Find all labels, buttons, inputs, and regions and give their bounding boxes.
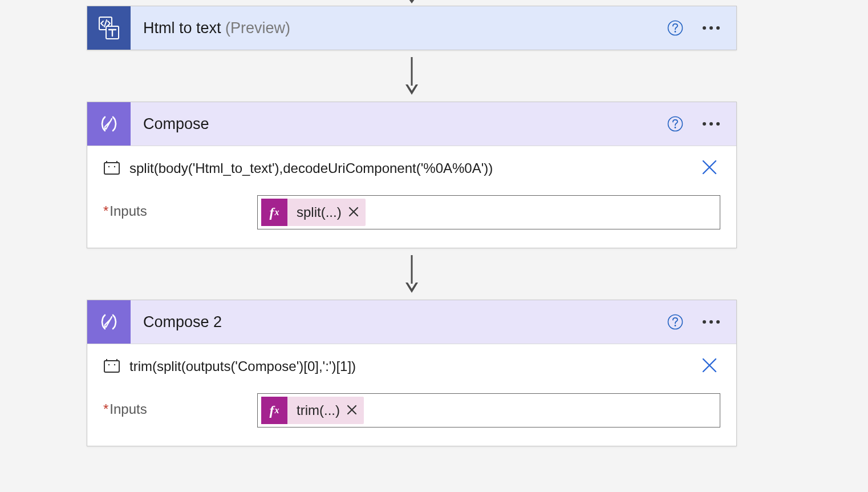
svg-point-18 bbox=[675, 325, 676, 326]
action-title: Compose 2 bbox=[131, 313, 667, 331]
action-title-text: Compose bbox=[143, 115, 209, 132]
svg-point-6 bbox=[716, 26, 720, 30]
inputs-field[interactable]: fx split(...) bbox=[257, 195, 720, 229]
svg-point-24 bbox=[114, 364, 115, 365]
more-options-icon[interactable] bbox=[700, 19, 723, 37]
action-title-text: Html to text bbox=[143, 19, 221, 37]
action-header[interactable]: Compose bbox=[87, 102, 736, 146]
action-header[interactable]: Compose 2 bbox=[87, 300, 736, 344]
expression-peek-row: split(body('Html_to_text'),decodeUriComp… bbox=[87, 146, 736, 180]
action-card-compose: Compose bbox=[87, 102, 737, 248]
flow-container: Html to text (Preview) bbox=[87, 0, 737, 446]
expression-peek-text: trim(split(outputs('Compose')[0],':')[1]… bbox=[129, 358, 699, 374]
expression-peek-row: trim(split(outputs('Compose')[0],':')[1]… bbox=[87, 344, 736, 378]
help-icon[interactable] bbox=[667, 115, 684, 132]
help-icon[interactable] bbox=[667, 313, 684, 330]
action-card-html-to-text: Html to text (Preview) bbox=[87, 6, 737, 50]
action-body: split(body('Html_to_text'),decodeUriComp… bbox=[87, 146, 736, 248]
close-peek-icon[interactable] bbox=[699, 354, 720, 378]
token-label: split(...) bbox=[287, 204, 346, 220]
expression-token[interactable]: fx trim(...) bbox=[261, 397, 364, 424]
compose-icon bbox=[87, 300, 131, 344]
svg-point-5 bbox=[709, 26, 713, 30]
action-title-suffix: (Preview) bbox=[225, 19, 290, 37]
svg-point-4 bbox=[703, 26, 706, 30]
action-title-text: Compose 2 bbox=[143, 313, 222, 330]
arrow-incoming bbox=[87, 0, 737, 6]
svg-rect-22 bbox=[104, 361, 119, 372]
svg-point-14 bbox=[108, 166, 109, 167]
svg-point-20 bbox=[709, 320, 713, 324]
inputs-row: *Inputs fx trim(...) bbox=[87, 378, 736, 446]
svg-point-15 bbox=[114, 166, 115, 167]
flow-arrow bbox=[87, 248, 737, 300]
help-icon[interactable] bbox=[667, 19, 684, 37]
flow-arrow bbox=[87, 50, 737, 102]
compose-icon bbox=[87, 102, 131, 146]
svg-point-12 bbox=[716, 122, 720, 126]
fx-icon: fx bbox=[261, 397, 287, 424]
action-card-compose-2: Compose 2 bbox=[87, 300, 737, 446]
peek-code-icon bbox=[103, 358, 120, 375]
inputs-row: *Inputs fx split(...) bbox=[87, 180, 736, 248]
svg-point-11 bbox=[709, 122, 713, 126]
svg-point-10 bbox=[703, 122, 706, 126]
inputs-label: *Inputs bbox=[103, 393, 257, 417]
more-options-icon[interactable] bbox=[700, 115, 723, 132]
inputs-field[interactable]: fx trim(...) bbox=[257, 393, 720, 428]
action-body: trim(split(outputs('Compose')[0],':')[1]… bbox=[87, 344, 736, 446]
svg-point-9 bbox=[675, 127, 676, 128]
inputs-label-text: Inputs bbox=[109, 401, 147, 417]
peek-code-icon bbox=[103, 160, 120, 177]
expression-peek-text: split(body('Html_to_text'),decodeUriComp… bbox=[129, 160, 699, 176]
svg-point-23 bbox=[108, 364, 109, 365]
more-options-icon[interactable] bbox=[700, 313, 723, 330]
html-to-text-icon bbox=[87, 6, 131, 50]
expression-token[interactable]: fx split(...) bbox=[261, 199, 366, 226]
action-header[interactable]: Html to text (Preview) bbox=[87, 6, 736, 50]
svg-point-19 bbox=[703, 320, 706, 324]
token-remove-icon[interactable] bbox=[344, 402, 364, 418]
svg-rect-13 bbox=[104, 163, 119, 174]
inputs-label: *Inputs bbox=[103, 195, 257, 219]
action-title: Html to text (Preview) bbox=[131, 19, 667, 37]
fx-icon: fx bbox=[261, 199, 287, 226]
svg-point-21 bbox=[716, 320, 720, 324]
token-label: trim(...) bbox=[287, 402, 344, 418]
required-marker: * bbox=[103, 203, 108, 219]
action-title: Compose bbox=[131, 115, 667, 133]
token-remove-icon[interactable] bbox=[346, 204, 366, 220]
close-peek-icon[interactable] bbox=[699, 156, 720, 180]
svg-point-3 bbox=[675, 31, 676, 33]
inputs-label-text: Inputs bbox=[109, 203, 147, 219]
required-marker: * bbox=[103, 401, 108, 417]
